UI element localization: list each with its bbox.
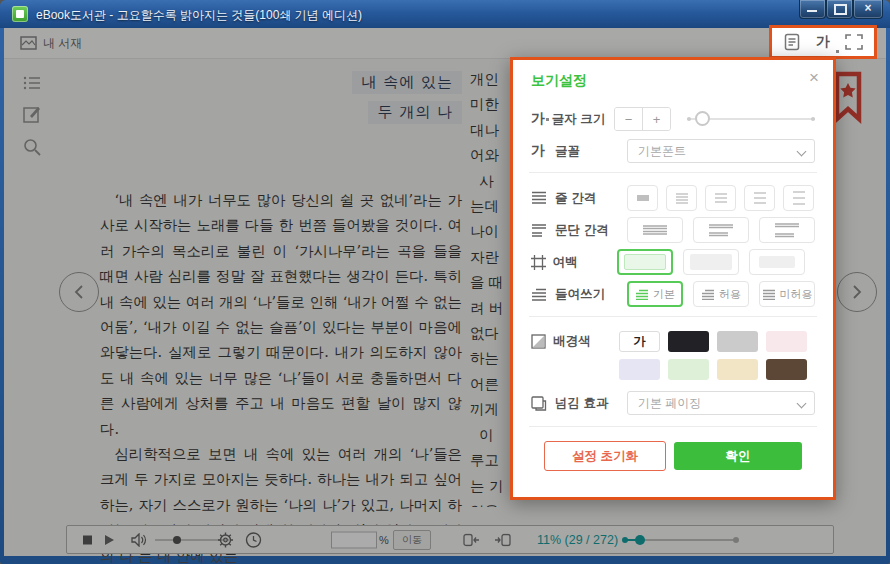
table-of-contents-icon[interactable] [22,73,42,93]
right-page-clipped-text: 개인 미한 대나 어와 사 는데 나이 자란 을 때 려 버 없다 하는 어른 … [470,67,512,507]
paragraph-spacing-row: 문단 간격 [531,216,815,244]
page-percent-input[interactable] [331,531,377,548]
paragraph: ‘내 속엔 내가 너무도 많아 당신의 쉴 곳 없네’라는 가사로 시작하는 노… [100,188,462,442]
gear-icon[interactable] [217,531,234,548]
titlebar: eBook도서관 - 고요할수록 밝아지는 것들(100쇄 기념 에디션) × [0,0,890,28]
chapter-title: 내 속에 있는 [100,71,462,94]
bg-swatch-brown[interactable] [766,359,807,380]
goto-button[interactable]: 이동 [393,530,431,550]
paragraph-spacing-option-2[interactable] [693,217,749,243]
indent-row: 들여쓰기 기본 허용 미허용 [531,280,815,308]
search-icon[interactable] [22,137,42,157]
left-page: 내 속에 있는 두 개의 나 ‘내 속엔 내가 너무도 많아 당신의 쉴 곳 없… [100,71,462,564]
go-to-end-icon[interactable] [493,533,511,546]
margin-option-2[interactable] [683,249,739,275]
font-size-increase-button[interactable]: + [643,108,670,130]
progress-knob[interactable] [635,535,645,545]
fullscreen-icon [845,34,863,50]
next-page-button[interactable] [837,272,877,312]
volume-icon[interactable] [131,533,147,547]
toolbar-highlight-annotation: 가 [769,25,877,59]
font-size-stepper: − + [614,107,671,131]
close-icon: × [854,1,882,15]
maximize-icon [834,4,847,15]
bg-swatch-gray[interactable] [717,331,758,352]
bg-swatch-pink[interactable] [766,331,807,352]
tts-play-button[interactable] [105,535,114,545]
go-to-start-icon[interactable] [463,533,481,546]
indent-label: 들여쓰기 [555,286,627,303]
chevron-left-icon [73,284,85,300]
page-effect-dropdown[interactable]: 기본 페이징 [627,391,815,415]
panel-close-button[interactable]: × [809,68,819,88]
font-dropdown[interactable]: 기본폰트 [627,139,815,163]
app-icon [12,6,28,22]
font-icon: 가 [531,142,555,160]
percent-sign: % [379,534,389,546]
bg-swatch-lavender[interactable] [619,359,660,380]
bookmark-icon[interactable] [833,71,863,125]
volume-slider-knob[interactable] [173,536,181,544]
paragraph-spacing-option-3[interactable] [759,217,815,243]
font-dropdown-value: 기본폰트 [638,143,686,160]
progress-start-dot [622,537,628,543]
clock-icon[interactable] [245,531,262,548]
my-library-button[interactable]: 내 서재 [20,34,82,52]
maximize-button[interactable] [826,0,853,19]
chevron-down-icon [797,147,807,157]
font-size-slider[interactable] [687,111,815,127]
bg-swatch-cream[interactable] [717,359,758,380]
paragraph-spacing-icon [531,223,555,237]
background-color-row-2 [531,358,815,380]
note-icon[interactable] [22,105,42,125]
background-color-row: 배경색 가 [531,330,815,352]
line-spacing-option-4[interactable] [744,185,775,211]
top-toolbar: 내 서재 [4,28,886,59]
margin-icon [531,255,553,270]
panel-title: 보기설정 [531,72,587,90]
indent-option-default-selected[interactable]: 기본 [627,281,683,307]
margin-option-3[interactable] [749,249,805,275]
line-spacing-option-5[interactable] [783,185,814,211]
margin-option-1-selected[interactable] [617,249,673,275]
indent-icon [531,288,555,301]
minimize-button[interactable] [799,0,826,19]
minimize-icon [807,10,817,12]
font-settings-button[interactable]: 가 [812,31,834,53]
line-spacing-label: 줄 간격 [555,190,627,207]
bg-swatch-green[interactable] [668,359,709,380]
font-label: 글꼴 [555,143,627,160]
font-size-slider-knob[interactable] [695,111,710,126]
page-effect-row: 넘김 효과 기본 페이징 [531,390,815,416]
previous-page-button[interactable] [59,272,99,312]
divider [529,172,817,173]
paragraph-spacing-option-1[interactable] [627,217,683,243]
indent-option-allow[interactable]: 허용 [693,281,749,307]
player-bar: % 이동 11% (29 / 272) [66,525,834,554]
view-settings-button[interactable] [781,31,803,53]
font-size-row: 가 글자 크기 − + [531,104,815,134]
window-title: eBook도서관 - 고요할수록 밝아지는 것들(100쇄 기념 에디션) [36,7,362,24]
page-turn-effect-icon [531,396,555,411]
confirm-button[interactable]: 확인 [674,442,802,470]
page-effect-dropdown-value: 기본 페이징 [638,395,701,412]
line-spacing-option-1[interactable] [627,185,658,211]
divider [529,426,817,427]
progress-text: 11% (29 / 272) [537,533,618,547]
fullscreen-button[interactable] [843,31,865,53]
divider [529,316,817,317]
reset-settings-button[interactable]: 설정 초기화 [544,441,666,471]
bg-swatch-black[interactable] [668,331,709,352]
background-color-icon [531,334,553,349]
indent-option-disallow[interactable]: 미허용 [759,281,815,307]
tts-stop-button[interactable] [83,535,92,544]
bg-swatch-white[interactable]: 가 [619,331,660,352]
font-row: 가 글꼴 기본폰트 [531,138,815,164]
view-settings-panel: 보기설정 × 가 글자 크기 − + 가 글꼴 [510,57,836,500]
font-size-decrease-button[interactable]: − [615,108,643,130]
close-button[interactable]: × [853,0,883,19]
background-color-label: 배경색 [553,333,619,350]
line-spacing-option-3[interactable] [705,185,736,211]
line-spacing-row: 줄 간격 [531,184,815,212]
line-spacing-option-2[interactable] [666,185,697,211]
